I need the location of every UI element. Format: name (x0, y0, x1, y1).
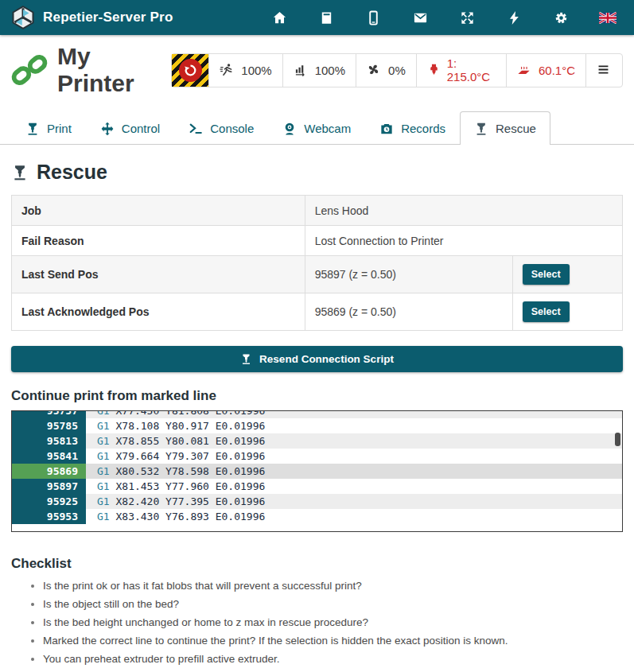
info-row: Last Send Pos95897 (z = 0.50)Select (12, 256, 623, 293)
flag-uk-icon[interactable] (599, 9, 616, 26)
gcode-line[interactable]: 95785G1 X78.108 Y80.917 E0.01996 (12, 418, 622, 433)
tab-console[interactable]: Console (174, 111, 268, 145)
fan-status-badge[interactable]: 0% (356, 54, 416, 87)
extruder-temp-value: 1: 215.0°C (447, 56, 496, 84)
tab-records[interactable]: Records (365, 111, 460, 145)
info-value: 95869 (z = 0.50) (305, 293, 512, 331)
tab-label: Webcam (304, 122, 351, 135)
info-button-cell: Select (512, 293, 622, 331)
checklist-item: You can preheat extruder to prefill acti… (43, 653, 623, 665)
gcode-listing: 95757G1 X77.450 Y81.808 E0.0199695785G1 … (11, 410, 623, 532)
gcode-line-number: 95953 (12, 509, 86, 524)
expand-icon[interactable] (458, 9, 476, 26)
info-value: Lost Connection to Printer (305, 226, 622, 256)
printer-status-bar: 100%100%0%1: 215.0°C60.1°C (171, 53, 623, 87)
printer-name: My Printer (57, 43, 171, 97)
checklist-heading: Checklist (11, 556, 623, 572)
gcode-line[interactable]: 95841G1 X79.664 Y79.307 E0.01996 (12, 449, 622, 464)
tab-control[interactable]: Control (86, 111, 174, 145)
envelope-icon[interactable] (411, 9, 429, 26)
mobile-icon[interactable] (364, 9, 382, 26)
gcode-line-text: G1 X81.453 Y77.960 E0.01996 (86, 479, 622, 494)
top-navbar: Repetier-Server Pro (0, 0, 634, 35)
info-row: Fail ReasonLost Connection to Printer (12, 226, 623, 256)
info-value: 95897 (z = 0.50) (305, 256, 512, 293)
home-icon[interactable] (270, 9, 288, 26)
tab-rescue[interactable]: Rescue (460, 111, 550, 145)
printer-tabbar: PrintControlConsoleWebcamRecordsRescue (0, 107, 634, 145)
gcode-line[interactable]: 95925G1 X82.420 Y77.395 E0.01996 (12, 494, 622, 509)
control-icon (100, 122, 115, 136)
extruder-icon (240, 353, 252, 365)
tab-webcam[interactable]: Webcam (268, 111, 365, 145)
gcode-line-number: 95813 (12, 433, 86, 449)
records-icon (379, 122, 394, 136)
app-title: Repetier-Server Pro (43, 10, 173, 25)
gcode-line-text: G1 X78.108 Y80.917 E0.01996 (86, 418, 622, 433)
gcode-line[interactable]: 95757G1 X77.450 Y81.808 E0.01996 (12, 410, 622, 418)
emergency-stop-button[interactable] (172, 54, 208, 87)
rescue-heading-label: Rescue (37, 161, 107, 184)
checklist-item: Is the object still on the bed? (43, 598, 623, 610)
extruder-icon (25, 122, 40, 136)
extruder-temp-status-badge[interactable]: 1: 215.0°C (416, 54, 506, 87)
gcode-line[interactable]: 95813G1 X78.855 Y80.081 E0.01996 (12, 433, 622, 449)
checklist-item: Marked the correct line to continue the … (43, 635, 623, 647)
resend-button-label: Resend Connection Script (259, 353, 394, 365)
flow-status-badge[interactable]: 100% (282, 54, 356, 87)
info-label: Last Send Pos (12, 256, 305, 293)
continue-from-line-heading: Continue print from marked line (11, 388, 623, 404)
gcode-line-number: 95925 (12, 494, 86, 509)
emergency-stop-icon (179, 59, 202, 82)
gcode-line-number: 95757 (12, 410, 86, 418)
bed-value: 60.1°C (539, 64, 575, 77)
webcam-icon (282, 122, 297, 136)
select-position-button[interactable]: Select (523, 301, 570, 322)
extruder-icon (11, 164, 29, 181)
rescue-section-heading: Rescue (11, 161, 623, 184)
flow-value: 100% (315, 64, 345, 77)
gcode-line-selected[interactable]: 95869G1 X80.532 Y78.598 E0.01996 (12, 464, 622, 479)
printer-menu-button[interactable] (585, 54, 622, 87)
repetier-logo-icon (11, 6, 35, 29)
gcode-line-number: 95897 (12, 479, 86, 494)
tab-label: Rescue (496, 122, 536, 135)
fan-icon (367, 63, 382, 78)
info-label: Last Acknowledged Pos (12, 293, 305, 331)
gcode-line-text: G1 X82.420 Y77.395 E0.01996 (86, 494, 622, 509)
gcode-scrollbar-thumb[interactable] (615, 433, 620, 446)
resend-connection-script-button[interactable]: Resend Connection Script (11, 346, 623, 372)
info-value: Lens Hood (305, 196, 622, 226)
info-row: Last Acknowledged Pos95869 (z = 0.50)Sel… (12, 293, 623, 331)
speed-icon (220, 63, 235, 78)
printer-icon[interactable] (317, 9, 335, 26)
connection-link-icon (11, 52, 48, 88)
speed-status-badge[interactable]: 100% (208, 54, 282, 87)
gcode-line[interactable]: 95953G1 X83.430 Y76.893 E0.01996 (12, 509, 622, 524)
gcode-line-text: G1 X79.664 Y79.307 E0.01996 (86, 449, 622, 464)
gcode-line-text: G1 X80.532 Y78.598 E0.01996 (86, 464, 622, 479)
gcode-line-text: G1 X77.450 Y81.808 E0.01996 (86, 410, 622, 418)
gear-icon[interactable] (552, 9, 570, 26)
navbar-icon-group (270, 9, 623, 26)
info-label: Fail Reason (12, 226, 305, 256)
bed-icon (517, 63, 532, 78)
bolt-icon[interactable] (505, 9, 523, 26)
bed-status-badge[interactable]: 60.1°C (506, 54, 585, 87)
console-icon (189, 122, 203, 136)
flow-icon (294, 63, 309, 78)
extruder-temp-icon (427, 63, 441, 78)
tab-label: Print (47, 122, 72, 135)
gcode-line[interactable]: 95897G1 X81.453 Y77.960 E0.01996 (12, 479, 622, 494)
rescue-checklist: Is the print ok or has it fat blobs that… (11, 580, 623, 672)
select-position-button[interactable]: Select (523, 264, 570, 285)
checklist-item: Is the print ok or has it fat blobs that… (43, 580, 623, 592)
tab-print[interactable]: Print (11, 111, 86, 145)
rescue-info-table: JobLens HoodFail ReasonLost Connection t… (11, 195, 623, 331)
tab-label: Records (401, 122, 445, 135)
gcode-line-number: 95869 (12, 464, 86, 479)
gcode-line-text: G1 X78.855 Y80.081 E0.01996 (86, 433, 622, 449)
hamburger-icon (597, 63, 612, 78)
checklist-item: Is the bed height unchanged or home to z… (43, 616, 623, 628)
tab-label: Control (122, 122, 160, 135)
